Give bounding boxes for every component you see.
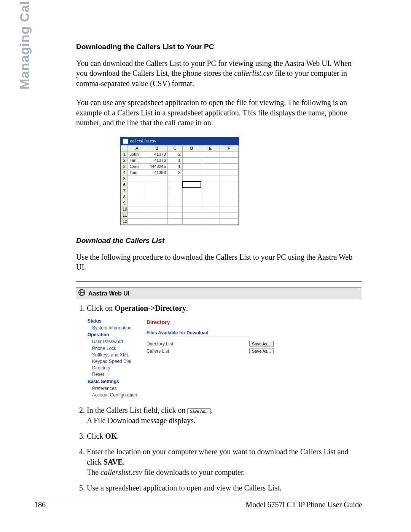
cell	[201, 157, 220, 163]
cell	[167, 176, 182, 182]
cell	[201, 206, 220, 212]
save-as-button[interactable]: Save As...	[249, 348, 274, 354]
text: .	[117, 432, 119, 440]
paragraph: You can download the Callers List to you…	[76, 58, 362, 88]
nav-item[interactable]: Keypad Speed Dial	[92, 358, 143, 364]
row-header: 7	[121, 188, 128, 194]
nav-item[interactable]: System Information	[92, 325, 143, 331]
cell	[146, 194, 167, 200]
nav-item[interactable]: Account Configuration	[92, 392, 143, 398]
cell: 4443245	[146, 163, 167, 169]
cell	[201, 176, 220, 182]
cell: 1	[167, 163, 182, 169]
text: .	[186, 304, 188, 312]
cell	[201, 169, 220, 176]
cell	[128, 218, 146, 224]
filename: callerslist.csv	[100, 468, 142, 476]
cell	[182, 194, 201, 200]
cell: 2	[167, 151, 182, 157]
row-header: 9	[121, 200, 128, 206]
nav-group[interactable]: Operation	[88, 332, 143, 338]
cell	[201, 188, 220, 194]
cell: Tom	[128, 169, 146, 176]
panel-section-head: Files Available for Download	[147, 330, 249, 337]
nav-item[interactable]: Preferences	[92, 385, 143, 391]
cell	[220, 151, 238, 157]
col-header: C	[167, 145, 182, 151]
section-side-label: Managing Calls	[17, 0, 32, 89]
menu-path: Operation->Directory	[115, 304, 186, 312]
cell	[128, 176, 146, 182]
cell	[167, 206, 182, 212]
cell	[201, 163, 220, 169]
cell	[167, 194, 182, 200]
text: .	[211, 406, 213, 414]
save-as-button[interactable]: Save As...	[187, 408, 211, 414]
cell	[220, 182, 238, 188]
row-header: 8	[121, 194, 128, 200]
col-header: A	[128, 145, 146, 151]
text: file downloads to your computer.	[142, 468, 245, 476]
cell: 41373	[146, 151, 167, 157]
cell	[201, 182, 220, 188]
cell	[220, 169, 238, 176]
nav-item[interactable]: Softkeys and XML	[92, 352, 143, 358]
nav-item[interactable]: Directory	[92, 365, 143, 371]
download-row: Directory ListSave As...	[147, 341, 279, 347]
cell	[146, 188, 167, 194]
download-row-label: Directory List	[147, 341, 249, 347]
spreadsheet-grid: A B C D E F 1John4137322Tim4137613Carol4…	[121, 145, 239, 225]
col-header: E	[201, 145, 220, 151]
cell	[182, 206, 201, 212]
cell	[220, 176, 238, 182]
filename: callerlist.csv	[234, 69, 273, 77]
cell	[201, 212, 220, 218]
spreadsheet-screenshot: callersList.csv A B C D E F 1John4137322…	[120, 137, 239, 225]
col-header: D	[182, 145, 201, 151]
nav-item[interactable]: Reset	[92, 371, 143, 377]
page-number: 186	[34, 500, 46, 509]
corner-cell	[121, 145, 128, 151]
save-label: SAVE	[104, 458, 123, 466]
row-header: 4	[121, 169, 128, 176]
cell	[182, 188, 201, 194]
cell	[182, 157, 201, 163]
nav-group[interactable]: Status	[88, 318, 143, 324]
cell	[220, 163, 238, 169]
procedure-steps: Click on Operation->Directory. StatusSys…	[76, 303, 362, 493]
paragraph: You can use any spreadsheet application …	[76, 97, 362, 128]
cell	[167, 200, 182, 206]
webui-screenshot: StatusSystem InformationOperationUser Pa…	[87, 316, 281, 400]
text: .	[123, 458, 125, 466]
cell	[128, 212, 146, 218]
subsection-title: Download the Callers List	[76, 236, 362, 245]
guide-title: Model 6757i CT IP Phone User Guide	[245, 500, 362, 509]
step: Click on Operation->Directory. StatusSys…	[87, 303, 362, 400]
text: In the Callers List field, click on	[87, 406, 187, 414]
row-header: 3	[121, 163, 128, 169]
cell	[201, 200, 220, 206]
cell	[220, 206, 238, 212]
row-header: 2	[121, 157, 128, 163]
cell	[220, 200, 238, 206]
cell	[167, 188, 182, 194]
cell	[146, 218, 167, 224]
cell	[220, 188, 238, 194]
nav-group[interactable]: Basic Settings	[88, 379, 143, 385]
webui-panel: Directory Files Available for Download D…	[144, 316, 281, 400]
cell	[128, 188, 146, 194]
cell: Tim	[128, 157, 146, 163]
nav-item[interactable]: User Password	[92, 339, 143, 345]
cell	[220, 157, 238, 163]
step: Use a spreadsheet application to open an…	[87, 483, 362, 493]
step: Enter the location on your computer wher…	[87, 447, 362, 478]
page-content: Downloading the Callers List to Your PC …	[76, 42, 362, 498]
cell	[167, 218, 182, 224]
cell	[220, 218, 238, 224]
save-as-button[interactable]: Save As...	[249, 341, 274, 347]
cell: 41356	[146, 169, 167, 176]
spreadsheet-titlebar: callersList.csv	[121, 137, 239, 145]
row-header: 12	[121, 218, 128, 224]
cell	[146, 200, 167, 206]
nav-item[interactable]: Phone Lock	[92, 345, 143, 351]
